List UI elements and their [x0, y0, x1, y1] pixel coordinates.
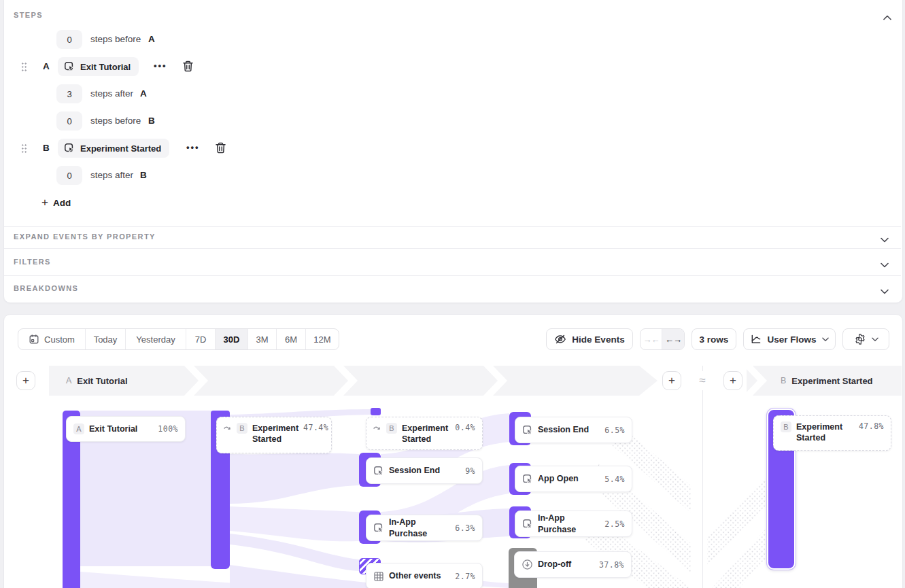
chevron-down-icon — [881, 233, 889, 245]
flow-node-other-events[interactable]: Other events 2.7% — [366, 563, 483, 588]
flow-node-percent: 5.4% — [604, 474, 625, 484]
steps-before-a-label: steps before — [90, 34, 141, 44]
trash-icon — [214, 141, 227, 157]
drop-off-icon — [522, 559, 533, 570]
date-range-custom-label: Custom — [44, 334, 75, 345]
flow-node-label: Experiment Started — [402, 423, 450, 445]
rows-label: 3 rows — [700, 334, 729, 345]
view-selector-label: User Flows — [767, 334, 816, 345]
steps-after-a-row: 3 steps after A — [0, 84, 476, 103]
steps-after-b-letter: B — [140, 170, 147, 180]
date-range-6m[interactable]: 6M — [277, 329, 306, 349]
add-column-left-button[interactable]: + — [16, 371, 35, 390]
date-range-today[interactable]: Today — [86, 329, 126, 349]
flow-node-percent: 2.5% — [604, 519, 625, 529]
banner-chevron-separator — [483, 366, 510, 396]
date-range-yesterday[interactable]: Yesterday — [126, 329, 186, 349]
hide-events-button[interactable]: Hide Events — [546, 328, 633, 350]
flow-node-app-open[interactable]: App Open 5.4% — [515, 466, 632, 492]
flow-node-experiment-started-goal[interactable]: B Experiment Started 47.8% — [773, 415, 891, 451]
chevron-down-icon — [872, 337, 878, 342]
event-icon — [64, 143, 75, 154]
rows-button[interactable]: 3 rows — [691, 328, 736, 350]
add-step-label: Add — [53, 198, 71, 208]
tilde-arrow-icon — [224, 424, 232, 432]
flow-node-percent: 6.3% — [455, 523, 475, 533]
drag-handle-icon[interactable] — [21, 62, 27, 72]
step-a-delete-button[interactable] — [182, 60, 194, 75]
banner-b-letter: B — [781, 376, 786, 385]
expand-events-label: EXPAND EVENTS BY PROPERTY — [14, 232, 156, 241]
step-a-letter: A — [43, 61, 50, 71]
column-width-control: →← ←→ — [640, 328, 685, 350]
step-letter-badge: B — [386, 423, 397, 434]
steps-collapse-button[interactable] — [883, 11, 891, 23]
steps-after-b-count[interactable]: 0 — [56, 166, 82, 185]
date-range-3m[interactable]: 3M — [248, 329, 277, 349]
steps-after-a-label: steps after — [90, 88, 133, 99]
steps-after-a-count[interactable]: 3 — [56, 84, 82, 103]
column-break-line — [702, 366, 703, 588]
flow-header-banner-b: B Experiment Started — [747, 366, 902, 396]
flow-node-experiment-started-47[interactable]: B Experiment Started 47.4% — [216, 417, 332, 453]
step-letter-badge: B — [237, 423, 247, 434]
flow-node-label: Experiment Started — [252, 423, 298, 445]
flow-node-label: Exit Tutorial — [89, 423, 137, 434]
event-icon — [522, 474, 533, 485]
flow-node-drop-off[interactable]: Drop-off 37.8% — [514, 551, 632, 578]
drag-handle-icon[interactable] — [21, 143, 27, 154]
grid-icon — [373, 571, 384, 582]
flow-node-label: In-App Purchase — [538, 513, 600, 535]
flow-node-label: Drop-off — [538, 559, 571, 570]
add-column-middle-button[interactable]: + — [662, 371, 681, 390]
banner-chevron-separator — [333, 366, 360, 396]
date-range-custom[interactable]: Custom — [18, 329, 86, 349]
breakdowns-section[interactable]: BREAKDOWNS — [4, 276, 901, 302]
flow-node-session-end-65[interactable]: Session End 6.5% — [515, 417, 632, 443]
step-b-event-label: Experiment Started — [80, 143, 161, 154]
hide-events-label: Hide Events — [572, 334, 624, 345]
add-step-button[interactable]: + Add — [41, 196, 71, 209]
step-b-delete-button[interactable] — [214, 141, 227, 157]
step-b-more-button[interactable]: ••• — [186, 142, 200, 152]
flow-node-exit-tutorial[interactable]: A Exit Tutorial 100% — [66, 416, 186, 442]
expand-events-section[interactable]: EXPAND EVENTS BY PROPERTY — [4, 227, 901, 248]
date-range-12m[interactable]: 12M — [306, 329, 339, 349]
flow-node-label: Other events — [389, 570, 441, 581]
steps-before-b-count[interactable]: 0 — [56, 111, 82, 131]
filters-section[interactable]: FILTERS — [4, 249, 901, 275]
step-b-event-button[interactable]: Experiment Started — [58, 139, 169, 158]
date-range-30d[interactable]: 30D — [216, 329, 248, 349]
view-selector-button[interactable]: User Flows — [743, 328, 836, 350]
flow-node-percent: 2.7% — [455, 572, 475, 581]
steps-section-title: STEPS — [14, 11, 43, 19]
chevron-up-icon — [883, 11, 891, 23]
steps-before-a-count[interactable]: 0 — [56, 30, 82, 49]
flow-node-percent: 37.8% — [599, 560, 624, 570]
flow-node-session-end-9[interactable]: Session End 9% — [366, 457, 483, 484]
flow-node-label: In-App Purchase — [389, 517, 450, 539]
event-icon — [373, 523, 384, 534]
banner-a-label: Exit Tutorial — [77, 376, 127, 386]
date-range-7d[interactable]: 7D — [186, 329, 216, 349]
event-icon — [64, 61, 75, 72]
step-a-row: A Exit Tutorial ••• — [0, 57, 476, 76]
flow-node-percent: 47.4% — [303, 423, 328, 432]
step-letter-badge: A — [73, 423, 84, 434]
tilde-arrow-icon — [373, 424, 381, 432]
step-letter-badge: B — [781, 421, 791, 432]
settings-button[interactable] — [842, 328, 889, 350]
flow-node-in-app-purchase-63[interactable]: In-App Purchase 6.3% — [366, 515, 483, 541]
flow-header-banner-a: A Exit Tutorial — [49, 366, 658, 396]
step-b-letter: B — [43, 143, 50, 153]
step-a-event-button[interactable]: Exit Tutorial — [58, 57, 139, 76]
expand-columns-button[interactable]: ←→ — [662, 329, 684, 349]
flow-node-in-app-purchase-25[interactable]: In-App Purchase 2.5% — [515, 511, 632, 537]
collapse-columns-button[interactable]: →← — [641, 329, 662, 349]
step-b-row: B Experiment Started ••• — [0, 139, 476, 158]
step-a-more-button[interactable]: ••• — [154, 60, 167, 71]
steps-after-b-label: steps after — [90, 170, 133, 180]
flow-bar-experiment-started-04[interactable] — [371, 408, 381, 415]
add-column-right-button[interactable]: + — [723, 371, 742, 390]
flow-node-experiment-started-04[interactable]: B Experiment Started 0.4% — [366, 417, 483, 450]
